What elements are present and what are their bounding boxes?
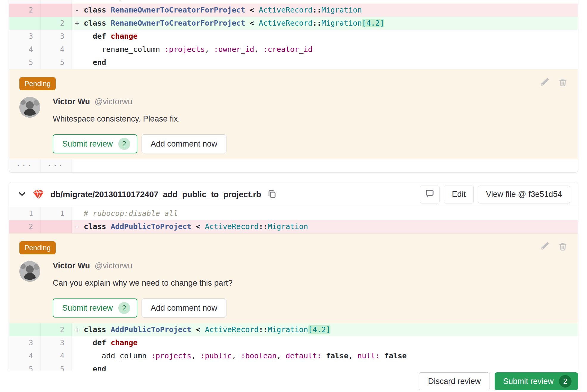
comment-text: Whitespace consistency. Please fix. [53,114,226,124]
diff-line-row: 33 def change [9,336,578,349]
delete-comment-button[interactable] [558,242,568,252]
code-token-no: ActiveRecord [259,19,313,27]
author-username[interactable]: @victorwu [95,261,132,270]
avatar[interactable] [19,261,40,282]
code-token-pl [75,338,93,347]
code-token-sgn: + [75,325,84,334]
code-token-ss: :creator_id [263,45,313,54]
pending-comment: Pending [9,233,578,323]
line-number-old[interactable]: 3 [9,30,41,43]
code-token-o: < [245,19,259,27]
line-number-old[interactable] [9,323,41,336]
line-number-new[interactable]: 2 [41,17,72,30]
note-body: Victor Wu @victorwu Whitespace consisten… [19,97,568,153]
diff-line-row: 44 add_column :projects, :public, :boole… [9,349,578,363]
line-number-new[interactable]: 1 [41,0,72,4]
submit-review-button-primary[interactable]: Submit review 2 [495,372,578,390]
code-token-pl: , [205,45,214,54]
submit-review-button[interactable]: Submit review 2 [53,134,137,153]
code-token-ss: null: [357,351,380,360]
author-name[interactable]: Victor Wu [53,97,90,106]
toggle-file-comments-button[interactable] [420,186,440,203]
code-token-o: < [191,222,205,231]
line-number-new[interactable]: 4 [41,43,72,56]
edit-comment-button[interactable] [540,242,549,252]
collapse-file-button[interactable] [17,189,27,200]
diff-file-body: 11 # rubocop:disable all2- class RenameO… [9,0,578,172]
code-token-nc: AddPublicToProject [111,325,191,334]
code-token-pl: , [254,45,263,54]
diff-line-code: - class RenameOwnerToCreatorForProject <… [72,4,578,17]
line-number-old[interactable]: 5 [9,56,41,69]
file-path[interactable]: db/migrate/20130110172407_add_public_to_… [50,190,261,199]
author-username[interactable]: @victorwu [95,97,132,106]
code-token-o: < [245,6,259,14]
line-number-new[interactable]: 2 [41,323,72,336]
avatar[interactable] [19,97,40,118]
code-token-ss: :boolean [241,351,277,360]
discard-review-button[interactable]: Discard review [419,372,490,390]
pending-count-badge: 2 [118,138,130,150]
submit-review-label: Submit review [62,304,113,313]
review-action-bar: Discard review Submit review 2 [0,371,587,392]
copy-file-path-button[interactable] [268,189,277,199]
note-author: Victor Wu @victorwu [53,261,232,270]
code-token-k: def [93,338,111,347]
line-number-old[interactable] [9,17,41,30]
line-number-old[interactable]: 4 [9,349,41,363]
note-main: Victor Wu @victorwu Can you explain why … [53,261,232,318]
line-number-new[interactable]: 3 [41,30,72,43]
code-token-hl: [4.2] [308,325,330,334]
pending-badge: Pending [19,77,56,90]
expander-old-gutter[interactable]: ··· [9,159,41,172]
line-number-new[interactable]: 4 [41,349,72,363]
submit-review-button[interactable]: Submit review 2 [53,298,137,318]
code-token-pl: , [232,351,241,360]
pending-badge: Pending [19,241,56,254]
code-token-pl: rename_column [75,45,164,54]
code-token-k: class [84,222,111,231]
add-comment-now-button[interactable]: Add comment now [142,298,227,318]
line-number-old[interactable]: 1 [9,207,41,220]
line-number-new[interactable]: 1 [41,207,72,220]
diff-expander-row: ······ [9,159,578,172]
line-number-old[interactable]: 3 [9,336,41,349]
line-number-old[interactable]: 1 [9,0,41,4]
code-token-pl [75,58,93,67]
expander-new-gutter[interactable]: ··· [41,159,72,172]
line-number-new[interactable] [41,4,72,17]
diff-line-row: 33 def change [9,30,578,43]
diff-line-row: 2- class AddPublicToProject < ActiveReco… [9,220,578,233]
code-token-ss: :projects [164,45,205,54]
code-token-k: class [84,325,111,334]
code-token-sgn: - [75,6,84,14]
pending-count-badge-primary: 2 [559,375,572,388]
add-comment-now-button[interactable]: Add comment now [142,134,227,153]
pending-comment: Pending [9,69,578,159]
code-token-pl: , [277,351,285,360]
code-token-no: ActiveRecord [205,222,259,231]
copy-icon [268,189,277,199]
diff-line-code: + class RenameOwnerToCreatorForProject <… [72,17,578,30]
line-number-old[interactable]: 2 [9,220,41,233]
edit-file-button[interactable]: Edit [444,186,474,203]
diff-line-code: # rubocop:disable all [72,0,578,4]
diff-line-row: 11 # rubocop:disable all [9,0,578,4]
code-token-nc: RenameOwnerToCreatorForProject [111,6,245,14]
note-author: Victor Wu @victorwu [53,97,226,106]
diff-line-code: - class AddPublicToProject < ActiveRecor… [72,220,578,233]
code-token-o: :: [313,6,322,14]
line-number-new[interactable] [41,220,72,233]
line-number-old[interactable]: 4 [9,43,41,56]
author-name[interactable]: Victor Wu [53,261,90,270]
line-number-new[interactable]: 5 [41,56,72,69]
delete-comment-button[interactable] [558,78,568,88]
code-token-nc: AddPublicToProject [111,222,191,231]
line-number-new[interactable]: 3 [41,336,72,349]
diff-file-card-2: db/migrate/20130110172407_add_public_to_… [9,182,578,376]
line-number-old[interactable]: 2 [9,4,41,17]
view-file-button[interactable]: View file @ f3e51d54 [478,186,570,203]
edit-comment-button[interactable] [540,78,549,88]
ruby-icon [33,189,44,200]
pencil-icon [540,78,549,88]
